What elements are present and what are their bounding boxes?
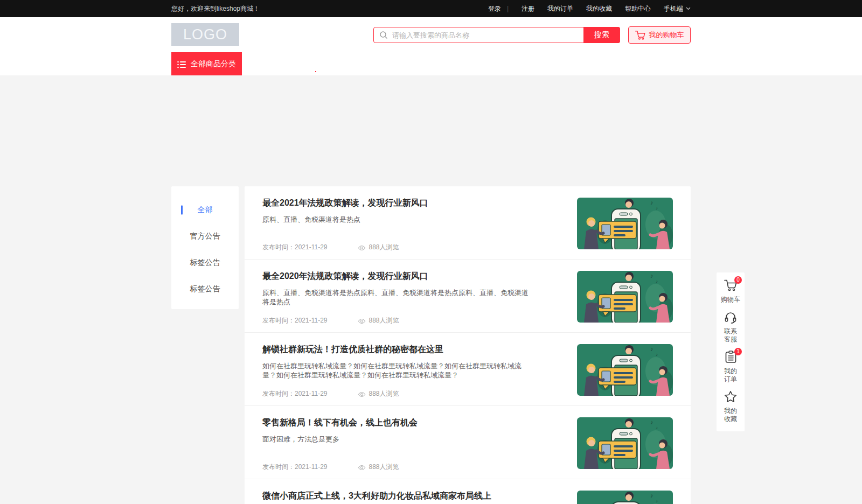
- article-text: 最全2020年法规政策解读，发现行业新风口 原料、直播、免税渠道将是热点原料、直…: [262, 271, 577, 325]
- svg-text:♪: ♪: [656, 499, 658, 503]
- article-title[interactable]: 最全2020年法规政策解读，发现行业新风口: [262, 271, 561, 281]
- article-title[interactable]: 微信小商店正式上线，3大利好助力化妆品私域商家布局线上: [262, 491, 561, 501]
- eye-icon: [358, 390, 366, 398]
- article-desc: 原料、直播、免税渠道将是热点: [262, 215, 529, 224]
- svg-text:♪: ♪: [650, 419, 654, 425]
- topbar-link-label: 帮助中心: [625, 4, 651, 13]
- count-badge: 1: [734, 348, 742, 355]
- svg-text:♪: ♪: [650, 272, 654, 279]
- nav-items: [254, 52, 336, 75]
- article-thumbnail[interactable]: ♪ ♪: [577, 271, 673, 323]
- count-badge: 0: [734, 276, 742, 284]
- topbar-link-label: 我的收藏: [586, 4, 612, 13]
- sidebar-item[interactable]: 官方公告: [171, 223, 239, 249]
- sidebar-item[interactable]: 标签公告: [171, 249, 239, 276]
- view-count: 888人浏览: [358, 243, 399, 252]
- view-count-label: 888人浏览: [369, 463, 399, 472]
- article-row[interactable]: 微信小商店正式上线，3大利好助力化妆品私域商家布局线上: [245, 479, 691, 504]
- all-categories-button[interactable]: 全部商品分类: [171, 52, 242, 75]
- star-icon: [724, 390, 737, 403]
- view-count-label: 888人浏览: [369, 243, 399, 252]
- article-row[interactable]: 最全2020年法规政策解读，发现行业新风口 原料、直播、免税渠道将是热点原料、直…: [245, 260, 691, 333]
- cart-button-label: 我的购物车: [649, 30, 684, 40]
- topbar-link-label: 手机端: [664, 4, 683, 13]
- topbar-link[interactable]: 帮助中心: [625, 4, 651, 13]
- article-desc: 面对困难，方法总是更多: [262, 435, 529, 444]
- sidebar-item-label: 标签公告: [190, 284, 220, 294]
- main-nav: 全部商品分类: [0, 52, 862, 75]
- article-text: 零售新格局！线下有机会，线上也有机会 面对困难，方法总是更多 发布时间：2021…: [262, 417, 577, 472]
- publish-time: 发布时间：2021-11-29: [262, 316, 328, 325]
- topbar: 您好，欢迎来到likeshop商城！ 登录注册我的订单我的收藏帮助中心手机端: [0, 0, 862, 17]
- article-thumbnail[interactable]: ♪ ♪: [577, 198, 673, 249]
- cart-button[interactable]: 我的购物车: [628, 26, 691, 44]
- sidebar-item-label: 标签公告: [190, 258, 220, 268]
- header: LOGO 搜索 我的购物车: [0, 17, 862, 52]
- all-categories-label: 全部商品分类: [191, 59, 236, 69]
- topbar-link[interactable]: 我的收藏: [586, 4, 612, 13]
- article-illustration: ♪ ♪: [577, 271, 673, 323]
- article-thumbnail[interactable]: ♪ ♪: [577, 344, 673, 396]
- topbar-link[interactable]: 手机端: [664, 4, 691, 13]
- float-item-label: 我的 订单: [717, 367, 745, 383]
- cart-icon: [635, 30, 645, 40]
- article-row[interactable]: 零售新格局！线下有机会，线上也有机会 面对困难，方法总是更多 发布时间：2021…: [245, 406, 691, 479]
- topbar-link-label: 登录: [488, 4, 501, 13]
- search-input[interactable]: [388, 28, 583, 42]
- eye-icon: [358, 317, 366, 325]
- article-title[interactable]: 解锁社群新玩法！打造优质社群的秘密都在这里: [262, 344, 561, 354]
- active-indicator: [181, 205, 183, 214]
- sidebar-item[interactable]: 全部: [171, 197, 239, 223]
- sidebar-item[interactable]: 标签公告: [171, 276, 239, 302]
- float-item-label: 我的 收藏: [717, 407, 745, 423]
- article-row[interactable]: 最全2021年法规政策解读，发现行业新风口 原料、直播、免税渠道将是热点 发布时…: [245, 186, 691, 260]
- float-item-label: 购物车: [717, 296, 745, 304]
- view-count-label: 888人浏览: [369, 316, 399, 325]
- article-thumbnail[interactable]: ♪ ♪: [577, 491, 673, 504]
- view-count-label: 888人浏览: [369, 389, 399, 398]
- topbar-link-label: 注册: [522, 4, 534, 13]
- topbar-link-label: 我的订单: [547, 4, 573, 13]
- view-count: 888人浏览: [358, 463, 399, 472]
- svg-text:♪: ♪: [656, 279, 658, 284]
- float-toolbar: 0 购物车 联系 客服 1 我的 订单: [717, 272, 745, 431]
- svg-text:♪: ♪: [656, 352, 658, 357]
- article-meta: 发布时间：2021-11-29 888人浏览: [262, 316, 561, 325]
- search-bar: 搜索: [373, 27, 620, 43]
- article-meta: 发布时间：2021-11-29 888人浏览: [262, 243, 561, 252]
- eye-icon: [358, 464, 366, 471]
- publish-time: 发布时间：2021-11-29: [262, 463, 328, 472]
- article-text: 微信小商店正式上线，3大利好助力化妆品私域商家布局线上: [262, 491, 577, 504]
- view-count: 888人浏览: [358, 316, 399, 325]
- category-list-icon: [177, 59, 186, 68]
- float-item[interactable]: 我的 收藏: [717, 390, 745, 423]
- sidebar-item-label: 官方公告: [190, 232, 220, 241]
- float-item[interactable]: 0 购物车: [717, 279, 745, 304]
- svg-text:♪: ♪: [650, 492, 654, 499]
- article-illustration: ♪ ♪: [577, 491, 673, 504]
- topbar-link[interactable]: 登录: [488, 4, 509, 13]
- topbar-link[interactable]: 注册: [522, 4, 534, 13]
- search-button[interactable]: 搜索: [583, 27, 620, 43]
- logo[interactable]: LOGO: [171, 23, 239, 46]
- float-item[interactable]: 1 我的 订单: [717, 351, 745, 383]
- sidebar-item-label: 全部: [198, 205, 213, 215]
- article-text: 解锁社群新玩法！打造优质社群的秘密都在这里 如何在社群里玩转私域流量？如何在社群…: [262, 344, 577, 398]
- article-list-card: 最全2021年法规政策解读，发现行业新风口 原料、直播、免税渠道将是热点 发布时…: [245, 186, 691, 504]
- article-row[interactable]: 解锁社群新玩法！打造优质社群的秘密都在这里 如何在社群里玩转私域流量？如何在社群…: [245, 333, 691, 406]
- float-item-label: 联系 客服: [717, 327, 745, 344]
- category-sidebar: 全部 官方公告 标签公告 标签公告: [171, 186, 239, 309]
- article-title[interactable]: 零售新格局！线下有机会，线上也有机会: [262, 417, 561, 428]
- svg-text:♪: ♪: [656, 206, 658, 211]
- article-thumbnail[interactable]: ♪ ♪: [577, 417, 673, 469]
- publish-time: 发布时间：2021-11-29: [262, 243, 328, 252]
- article-title[interactable]: 最全2021年法规政策解读，发现行业新风口: [262, 198, 561, 208]
- view-count: 888人浏览: [358, 389, 399, 398]
- article-text: 最全2021年法规政策解读，发现行业新风口 原料、直播、免税渠道将是热点 发布时…: [262, 198, 577, 252]
- article-illustration: ♪ ♪: [577, 417, 673, 469]
- topbar-link[interactable]: 我的订单: [547, 4, 573, 13]
- article-desc: 如何在社群里玩转私域流量？如何在社群里玩转私域流量？如何在社群里玩转私域流量？如…: [262, 361, 529, 380]
- float-item[interactable]: 联系 客服: [717, 311, 745, 344]
- article-illustration: ♪ ♪: [577, 198, 673, 249]
- article-meta: 发布时间：2021-11-29 888人浏览: [262, 389, 561, 398]
